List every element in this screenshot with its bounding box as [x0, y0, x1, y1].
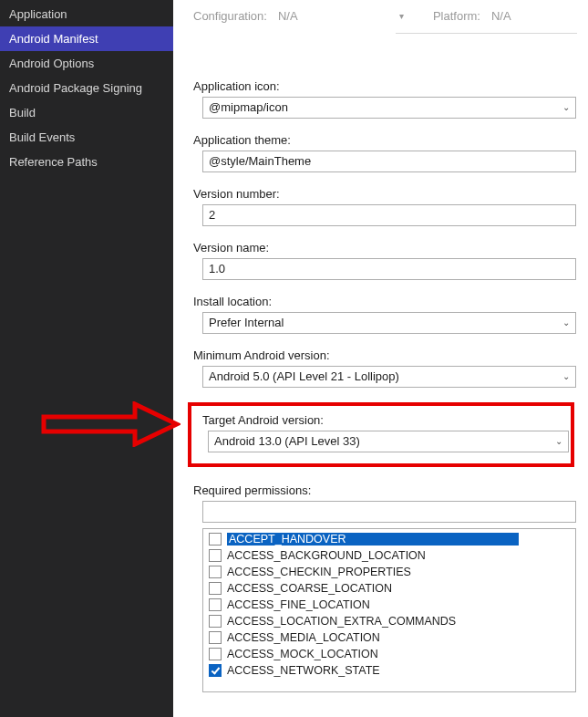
divider — [396, 33, 577, 34]
permission-checkbox[interactable] — [209, 648, 222, 660]
permission-label: ACCESS_MOCK_LOCATION — [227, 648, 378, 660]
permission-item[interactable]: ACCESS_MEDIA_LOCATION — [203, 629, 575, 646]
chevron-down-icon: ▾ — [399, 11, 404, 21]
sidebar-item-label: Android Manifest — [9, 32, 98, 46]
target-android-version-select[interactable]: Android 13.0 (API Level 33) ⌄ — [208, 431, 569, 452]
version-number-value: 2 — [209, 205, 215, 225]
sidebar-item-label: Build — [9, 106, 36, 120]
sidebar-item-reference-paths[interactable]: Reference Paths — [0, 150, 173, 174]
application-icon-select[interactable]: @mipmap/icon ⌄ — [202, 97, 576, 119]
version-name-value: 1.0 — [209, 259, 225, 279]
permission-label: ACCESS_BACKGROUND_LOCATION — [227, 549, 426, 562]
field-application-theme: Application theme: @style/MainTheme — [193, 133, 577, 172]
sidebar-item-android-options[interactable]: Android Options — [0, 51, 173, 76]
permission-item[interactable]: ACCESS_COARSE_LOCATION — [203, 580, 575, 597]
permission-item[interactable]: ACCESS_CHECKIN_PROPERTIES — [203, 564, 575, 580]
permission-item[interactable]: ACCESS_LOCATION_EXTRA_COMMANDS — [203, 613, 575, 629]
application-theme-input[interactable]: @style/MainTheme — [202, 151, 576, 172]
permission-checkbox[interactable] — [209, 582, 222, 595]
permission-label: ACCESS_NETWORK_STATE — [227, 664, 380, 677]
sidebar-item-build-events[interactable]: Build Events — [0, 125, 173, 150]
version-number-label: Version number: — [193, 187, 577, 201]
application-theme-label: Application theme: — [193, 133, 577, 147]
target-android-version-label: Target Android version: — [202, 413, 562, 427]
main-panel: Configuration: N/A ▾ Platform: N/A Appli… — [173, 0, 588, 717]
sidebar-item-android-package-signing[interactable]: Android Package Signing — [0, 76, 173, 100]
sidebar: Application Android Manifest Android Opt… — [0, 0, 173, 717]
permission-checkbox[interactable] — [209, 549, 222, 562]
minimum-android-version-label: Minimum Android version: — [193, 348, 577, 362]
sidebar-item-android-manifest[interactable]: Android Manifest — [0, 26, 173, 51]
minimum-android-version-value: Android 5.0 (API Level 21 - Lollipop) — [209, 367, 399, 387]
field-version-number: Version number: 2 — [193, 187, 577, 226]
sidebar-item-build[interactable]: Build — [0, 100, 173, 125]
configuration-select[interactable]: N/A ▾ — [273, 7, 409, 25]
field-version-name: Version name: 1.0 — [193, 241, 577, 280]
version-name-label: Version name: — [193, 241, 577, 255]
permission-checkbox[interactable] — [209, 566, 222, 578]
version-name-input[interactable]: 1.0 — [202, 258, 576, 280]
permission-checkbox[interactable] — [209, 664, 222, 677]
field-install-location: Install location: Prefer Internal ⌄ — [193, 295, 577, 334]
configuration-label: Configuration: — [193, 9, 267, 23]
field-minimum-android-version: Minimum Android version: Android 5.0 (AP… — [193, 348, 577, 388]
configuration-value: N/A — [278, 9, 298, 23]
annotation-highlight-box: Target Android version: Android 13.0 (AP… — [188, 402, 574, 467]
permission-item[interactable]: ACCESS_FINE_LOCATION — [203, 597, 575, 613]
install-location-value: Prefer Internal — [209, 313, 284, 333]
permissions-list[interactable]: ACCEPT_HANDOVERACCESS_BACKGROUND_LOCATIO… — [202, 528, 576, 692]
chevron-down-icon: ⌄ — [562, 98, 570, 118]
application-icon-label: Application icon: — [193, 79, 577, 93]
permission-label: ACCESS_FINE_LOCATION — [227, 598, 370, 611]
sidebar-item-label: Android Package Signing — [9, 81, 142, 95]
chevron-down-icon: ⌄ — [555, 431, 562, 452]
topbar: Configuration: N/A ▾ Platform: N/A — [193, 7, 577, 25]
install-location-select[interactable]: Prefer Internal ⌄ — [202, 312, 576, 334]
permission-item[interactable]: ACCESS_MOCK_LOCATION — [203, 646, 575, 662]
target-android-version-value: Android 13.0 (API Level 33) — [214, 431, 360, 452]
permission-label: ACCESS_LOCATION_EXTRA_COMMANDS — [227, 615, 456, 628]
permissions-search-input[interactable] — [202, 501, 576, 523]
platform-select[interactable]: N/A — [486, 7, 559, 25]
permission-label: ACCESS_COARSE_LOCATION — [227, 582, 392, 595]
permission-item[interactable]: ACCESS_BACKGROUND_LOCATION — [203, 547, 575, 564]
permission-checkbox[interactable] — [209, 631, 222, 644]
chevron-down-icon: ⌄ — [562, 313, 570, 333]
application-theme-value: @style/MainTheme — [209, 151, 311, 171]
sidebar-item-label: Android Options — [9, 57, 94, 70]
permission-checkbox[interactable] — [209, 598, 222, 611]
permission-label: ACCEPT_HANDOVER — [227, 533, 519, 546]
permission-checkbox[interactable] — [209, 533, 222, 546]
permission-label: ACCESS_MEDIA_LOCATION — [227, 631, 380, 644]
sidebar-item-application[interactable]: Application — [0, 2, 173, 26]
version-number-input[interactable]: 2 — [202, 204, 576, 226]
sidebar-item-label: Application — [9, 7, 67, 21]
permission-label: ACCESS_CHECKIN_PROPERTIES — [227, 566, 411, 578]
application-icon-value: @mipmap/icon — [209, 98, 288, 118]
permission-checkbox[interactable] — [209, 615, 222, 628]
platform-label: Platform: — [433, 9, 480, 23]
field-application-icon: Application icon: @mipmap/icon ⌄ — [193, 79, 577, 119]
chevron-down-icon: ⌄ — [562, 367, 570, 387]
sidebar-item-label: Reference Paths — [9, 155, 98, 169]
install-location-label: Install location: — [193, 295, 577, 308]
field-required-permissions: Required permissions: ACCEPT_HANDOVERACC… — [193, 483, 577, 692]
permission-item[interactable]: ACCESS_NETWORK_STATE — [203, 662, 575, 679]
platform-value: N/A — [491, 9, 511, 23]
permission-item[interactable]: ACCEPT_HANDOVER — [203, 531, 575, 547]
minimum-android-version-select[interactable]: Android 5.0 (API Level 21 - Lollipop) ⌄ — [202, 366, 576, 388]
required-permissions-label: Required permissions: — [193, 483, 577, 497]
sidebar-item-label: Build Events — [9, 130, 75, 144]
